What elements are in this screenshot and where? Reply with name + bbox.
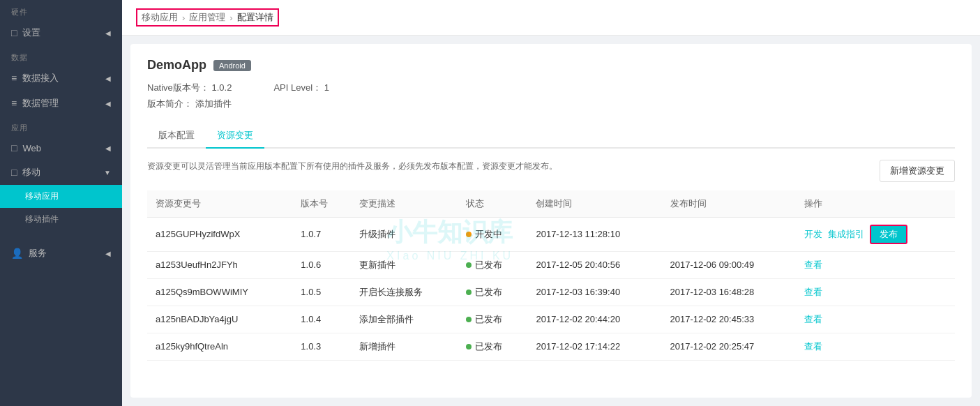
arrow-icon-6: ◀ [105, 250, 111, 257]
arrow-icon-5: ▼ [104, 169, 111, 176]
status-label: 开发中 [475, 229, 502, 239]
web-icon: □ [11, 142, 17, 153]
sidebar-section-service [0, 231, 122, 241]
sidebar-label-mobile: 移动 [22, 166, 40, 179]
table-header-row: 资源变更号 版本号 变更描述 状态 创建时间 发布时间 操作 [147, 190, 955, 218]
app-title: DemoApp [147, 58, 206, 73]
desc-label: 版本简介： [147, 98, 193, 109]
breadcrumb-app-manage[interactable]: 应用管理 [189, 11, 225, 24]
cell-create-time: 2017-12-13 11:28:10 [527, 217, 661, 251]
cell-status: 已发布 [458, 333, 528, 360]
sidebar-label-data-input: 数据接入 [22, 72, 59, 84]
cell-create-time: 2017-12-02 17:14:22 [527, 333, 661, 360]
status-label: 已发布 [475, 314, 502, 324]
cell-version: 1.0.7 [292, 217, 351, 251]
cell-change-id: a1253UeufHn2JFYh [147, 251, 292, 278]
cell-change-id: a125Qs9mBOWWiMIY [147, 278, 292, 306]
action-link-查看[interactable]: 查看 [804, 260, 822, 270]
cell-version: 1.0.3 [292, 333, 351, 360]
status-dot [466, 344, 472, 349]
data-manage-icon: ≡ [11, 98, 17, 109]
col-create-time: 创建时间 [527, 190, 661, 218]
publish-button[interactable]: 发布 [870, 225, 907, 244]
sidebar-label-data-manage: 数据管理 [22, 97, 59, 110]
col-action: 操作 [796, 190, 955, 218]
table-row: a1253UeufHn2JFYh1.0.6更新插件已发布2017-12-05 2… [147, 251, 955, 278]
arrow-icon-3: ◀ [105, 100, 111, 107]
sidebar-item-settings[interactable]: □ 设置 ◀ [0, 20, 122, 45]
cell-create-time: 2017-12-02 20:44:20 [527, 306, 661, 333]
sidebar-item-service[interactable]: 👤 服务 ◀ [0, 241, 122, 266]
cell-publish-time [662, 217, 796, 251]
app-meta: Native版本号： 1.0.2 API Level： 1 版本简介： 添加插件 [147, 80, 955, 112]
status-dot [466, 317, 472, 322]
cell-publish-time: 2017-12-02 20:45:33 [662, 306, 796, 333]
api-level-label: API Level： [273, 82, 322, 93]
cell-publish-time: 2017-12-03 16:48:28 [662, 278, 796, 306]
sidebar-item-mobile-plugin[interactable]: 移动插件 [0, 208, 122, 231]
action-link-集成指引[interactable]: 集成指引 [828, 229, 864, 239]
cell-status: 已发布 [458, 278, 528, 306]
cell-create-time: 2017-12-03 16:39:40 [527, 278, 661, 306]
native-version-row: Native版本号： 1.0.2 [147, 80, 232, 96]
table-header: 资源变更号 版本号 变更描述 状态 创建时间 发布时间 操作 [147, 190, 955, 218]
cell-publish-time: 2017-12-02 20:25:47 [662, 333, 796, 360]
cell-change-desc: 新增插件 [351, 333, 458, 360]
cell-action: 查看 [796, 306, 955, 333]
breadcrumb-mobile-app[interactable]: 移动应用 [142, 11, 178, 24]
cell-status: 已发布 [458, 306, 528, 333]
table-row: a125GUPHyzifdWpX1.0.7升级插件开发中2017-12-13 1… [147, 217, 955, 251]
desc-value: 添加插件 [195, 98, 232, 109]
service-icon: 👤 [11, 248, 23, 259]
sidebar-item-data-manage[interactable]: ≡ 数据管理 ◀ [0, 91, 122, 116]
action-link-开发[interactable]: 开发 [804, 229, 822, 239]
action-link-查看[interactable]: 查看 [804, 314, 822, 324]
desc-row: 版本简介： 添加插件 [147, 96, 955, 112]
cell-publish-time: 2017-12-06 09:00:49 [662, 251, 796, 278]
table-toolbar: 资源变更可以灵活管理当前应用版本配置下所有使用的插件及服务，必须先发布版本配置，… [147, 160, 955, 182]
data-input-icon: ≡ [11, 73, 17, 84]
arrow-icon: ◀ [105, 29, 111, 37]
sidebar-item-data-input[interactable]: ≡ 数据接入 ◀ [0, 66, 122, 91]
sidebar-section-data: 数据 [0, 45, 122, 66]
cell-action: 查看 [796, 333, 955, 360]
cell-change-desc: 更新插件 [351, 251, 458, 278]
platform-badge: Android [213, 60, 251, 71]
cell-version: 1.0.5 [292, 278, 351, 306]
action-link-查看[interactable]: 查看 [804, 341, 822, 352]
cell-action: 查看 [796, 251, 955, 278]
status-dot [466, 262, 472, 268]
resource-table: 资源变更号 版本号 变更描述 状态 创建时间 发布时间 操作 a125GUPHy… [147, 190, 955, 361]
col-version: 版本号 [292, 190, 351, 218]
app-header: DemoApp Android [147, 58, 955, 73]
cell-change-id: a125ky9hfQtreAln [147, 333, 292, 360]
col-change-desc: 变更描述 [351, 190, 458, 218]
add-resource-button[interactable]: 新增资源变更 [880, 160, 955, 182]
status-label: 已发布 [475, 287, 502, 297]
tab-resource-change[interactable]: 资源变更 [206, 123, 264, 149]
sidebar-item-mobile-app[interactable]: 移动应用 [0, 185, 122, 208]
cell-version: 1.0.4 [292, 306, 351, 333]
sidebar-item-web[interactable]: □ Web ◀ [0, 136, 122, 160]
arrow-icon-4: ◀ [105, 144, 111, 152]
tab-version-config[interactable]: 版本配置 [147, 123, 206, 149]
api-level-row: API Level： 1 [273, 80, 329, 96]
cell-action: 开发集成指引发布 [796, 217, 955, 251]
main-content: 移动应用 › 应用管理 › 配置详情 DemoApp Android Nativ… [122, 0, 980, 406]
arrow-icon-2: ◀ [105, 75, 111, 82]
sidebar-section-hardware: 硬件 [0, 0, 122, 20]
table-row: a125nBADJbYa4jgU1.0.4添加全部插件已发布2017-12-02… [147, 306, 955, 333]
tab-bar: 版本配置 资源变更 [147, 123, 955, 149]
cell-change-id: a125nBADJbYa4jgU [147, 306, 292, 333]
breadcrumb: 移动应用 › 应用管理 › 配置详情 [136, 8, 279, 27]
col-publish-time: 发布时间 [662, 190, 796, 218]
cell-action: 查看 [796, 278, 955, 306]
breadcrumb-sep-1: › [182, 13, 185, 23]
sidebar-label-web: Web [22, 143, 41, 153]
table-body: a125GUPHyzifdWpX1.0.7升级插件开发中2017-12-13 1… [147, 217, 955, 360]
breadcrumb-sep-2: › [229, 13, 232, 23]
action-link-查看[interactable]: 查看 [804, 287, 822, 297]
breadcrumb-bar: 移动应用 › 应用管理 › 配置详情 [122, 0, 980, 36]
cell-create-time: 2017-12-05 20:40:56 [527, 251, 661, 278]
sidebar-item-mobile[interactable]: □ 移动 ▼ [0, 160, 122, 185]
